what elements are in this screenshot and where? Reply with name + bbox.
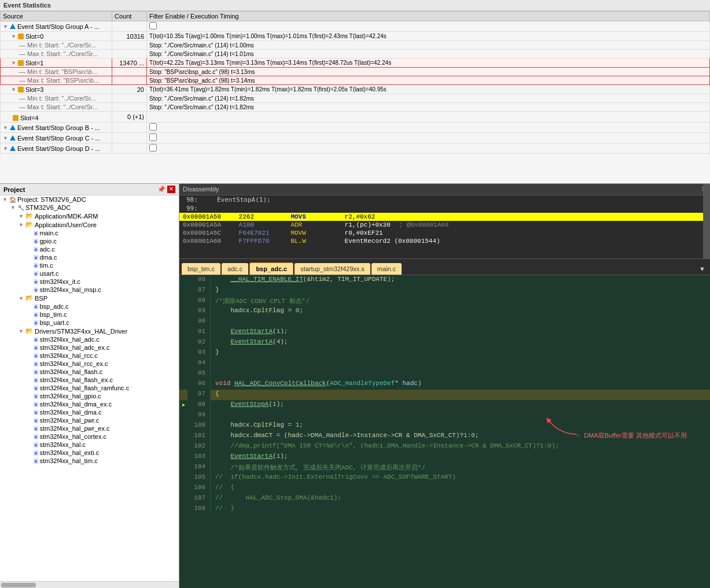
tree-item[interactable]: c stm32f4xx_hal_msp.c — [0, 286, 179, 294]
c-file-icon: c — [34, 312, 38, 317]
line-content: } — [211, 286, 710, 296]
tree-item[interactable]: c stm32f4xx_hal_dma_ex.c — [0, 400, 179, 408]
tree-item-label: stm32f4xx_hal_dma_ex.c — [39, 401, 112, 408]
tree-item[interactable]: c bsp_uart.c — [0, 319, 179, 327]
tree-item-inner: ▼ 🏠 Project: STM32V6_ADC — [2, 196, 86, 203]
c-file-icon: c — [34, 320, 38, 326]
scrollbar-thumb[interactable] — [1, 583, 36, 587]
table-row[interactable]: ▼ Slot=3 20 T(tot)=36.41ms T(avg)=1.82ms… — [1, 85, 710, 94]
tree-item[interactable]: ▼ 📂 Application/MDK-ARM — [0, 212, 179, 220]
svg-marker-5 — [10, 125, 16, 130]
tree-item-inner: c bsp_uart.c — [2, 319, 69, 326]
count-cell: 13470 ... — [112, 58, 147, 68]
annotation-arrow-icon: ← — [576, 432, 584, 439]
c-file-icon: c — [34, 410, 38, 415]
col-timing: Filter Enable / Execution Timing — [147, 12, 710, 21]
tree-item[interactable]: c stm32f4xx_hal_pwr_ex.c — [0, 424, 179, 432]
tree-item-label: stm32f4xx_hal_tim.c — [39, 457, 97, 464]
tree-item[interactable]: ▼ 🔧 STM32V6_ADC — [0, 204, 179, 212]
tree-item[interactable]: c stm32f4xx_hal_pwr.c — [0, 416, 179, 424]
tree-item[interactable]: c stm32f4xx_hal_exti.c — [0, 449, 179, 457]
tree-item-inner: c stm32f4xx_hal_rcc_ex.c — [2, 360, 108, 367]
source-cell: ▼ Slot=3 — [1, 85, 112, 94]
tab-main_c[interactable]: main.c — [371, 263, 402, 275]
table-row[interactable]: ▼ Event Start/Stop Group D - ... — [1, 143, 710, 154]
disasm-line: 98: EventStopA(1); — [179, 195, 710, 204]
tree-item-inner: c stm32f4xx_hal_adc_ex.c — [2, 344, 110, 351]
svg-rect-1 — [18, 34, 24, 39]
table-row[interactable]: ▼ Event Start/Stop Group A - ... — [1, 21, 710, 32]
tree-item[interactable]: c dma.c — [0, 253, 179, 261]
code-line: 99 — [179, 411, 710, 421]
tree-item[interactable]: ▼ 📂 Application/User/Core — [0, 220, 179, 229]
tree-item[interactable]: c gpio.c — [0, 237, 179, 245]
tree-item[interactable]: ▼ 📂 BSP — [0, 294, 179, 302]
tree-item[interactable]: c stm32f4xx_hal_dma.c — [0, 408, 179, 416]
tree-item[interactable]: c stm32f4xx_hal_cortex.c — [0, 432, 179, 441]
tab-bsp_adc_c[interactable]: bsp_adc.c — [249, 262, 293, 275]
tree-item[interactable]: c bsp_tim.c — [0, 310, 179, 319]
line-content: void HAL_ADC_ConvCpltCallback(ADC_Handle… — [211, 379, 710, 390]
tree-item[interactable]: c adc.c — [0, 245, 179, 253]
disasm-addr: 0x08001A5C — [183, 230, 235, 236]
table-row[interactable]: — Max t: Start: "BSP\src\b... Stop: "BSP… — [1, 76, 710, 85]
tree-item-inner: c stm32f4xx_hal_flash_ex.c — [2, 376, 113, 383]
disassembly-panel: Disassembly ✕ 98: EventStopA(1);99: 0x08… — [179, 184, 710, 259]
table-row[interactable]: Slot=4 0 (+1) — [1, 112, 710, 123]
tab-bsp_tim_c[interactable]: bsp_tim.c — [182, 263, 220, 275]
tree-item-label: dma.c — [39, 254, 57, 261]
tab-dropdown-btn[interactable]: ▼ — [697, 263, 708, 275]
disasm-mnem: ADR — [275, 221, 322, 228]
tree-item[interactable]: c stm32f4xx_hal_flash.c — [0, 368, 179, 376]
table-row[interactable]: — Min t: Start: "BSP\src\b... Stop: "BSP… — [1, 68, 710, 76]
tree-item[interactable]: c stm32f4xx_hal_adc_ex.c — [0, 343, 179, 352]
tree-item[interactable]: c stm32f4xx_it.c — [0, 278, 179, 286]
tree-item-inner: c stm32f4xx_hal_cortex.c — [2, 433, 106, 440]
source-cell: Slot=4 — [1, 112, 112, 123]
c-file-icon: c — [34, 263, 38, 268]
tree-item[interactable]: ▼ 📂 Drivers/STM32F4xx_HAL_Driver — [0, 327, 179, 335]
disasm-scrollbar[interactable] — [703, 184, 710, 258]
tree-item-label: stm32f4xx_hal_dma.c — [39, 409, 101, 416]
pin-icon[interactable]: 📌 — [157, 186, 165, 193]
table-row[interactable]: ▼ Event Start/Stop Group C - ... — [1, 133, 710, 143]
breakpoint-marker — [179, 286, 187, 296]
code-line: 108// } — [179, 504, 710, 515]
tree-item-label: stm32f4xx_hal_flash.c — [39, 368, 102, 375]
tree-item[interactable]: c stm32f4xx_hal_rcc.c — [0, 352, 179, 360]
source-cell: — Min t: Start: "BSP\src\b... — [1, 68, 112, 76]
tab-adc_c[interactable]: adc.c — [222, 263, 248, 275]
tree-item[interactable]: c stm32f4xx_hal_rcc_ex.c — [0, 360, 179, 368]
c-file-icon: c — [34, 279, 38, 284]
tree-item[interactable]: c stm32f4xx_hal_gpio.c — [0, 392, 179, 400]
timing-cell: T(tot)=10.35s T(avg)=1.00ms T(min)=1.00m… — [147, 32, 710, 41]
code-line: 88/*清除ADC CONV CPLT 标志*/ — [179, 296, 710, 306]
tab-startup_stm32f429xx_s[interactable]: startup_stm32f429xx.s — [295, 263, 370, 275]
table-row[interactable]: ▼ Event Start/Stop Group B - ... — [1, 123, 710, 133]
close-project-btn[interactable]: ✕ — [167, 186, 175, 193]
code-line: 94 — [179, 358, 710, 369]
tree-item[interactable]: ▼ 🏠 Project: STM32V6_ADC — [0, 195, 179, 204]
tree-item[interactable]: c stm32f4xx_hal_tim.c — [0, 457, 179, 465]
code-content[interactable]: 86 __HAL_TIM_ENABLE_IT(&htim2, TIM_IT_UP… — [179, 275, 710, 588]
table-row[interactable]: — Min t: Start: "../Core/Sr... Stop: "./… — [1, 94, 710, 103]
tree-item[interactable]: c usart.c — [0, 269, 179, 278]
table-row[interactable]: — Max t: Start: "../Core/Sr... Stop: "./… — [1, 50, 710, 58]
tree-item[interactable]: c stm32f4xx_hal_flash_ramfunc.c — [0, 384, 179, 392]
tree-item-inner: c stm32f4xx_hal_gpio.c — [2, 393, 101, 400]
tree-item[interactable]: c stm32f4xx_hal_flash_ex.c — [0, 376, 179, 384]
tree-item[interactable]: c tim.c — [0, 261, 179, 269]
tree-item[interactable]: c stm32f4xx_hal.c — [0, 441, 179, 449]
tree-item[interactable]: c bsp_adc.c — [0, 302, 179, 310]
tree-item[interactable]: c stm32f4xx_hal_adc.c — [0, 335, 179, 343]
table-row[interactable]: — Max t: Start: "../Core/Sr... Stop: "./… — [1, 103, 710, 112]
tree-item[interactable]: c main.c — [0, 229, 179, 237]
line-number: 91 — [187, 327, 211, 338]
svg-marker-0 — [10, 24, 16, 29]
table-row[interactable]: — Min t: Start: "../Core/Sr... Stop: "./… — [1, 41, 710, 50]
table-row[interactable]: ▼ Slot=0 10316 T(tot)=10.35s T(avg)=1.00… — [1, 32, 710, 41]
table-row[interactable]: ▼ Slot=1 13470 ... T(tot)=42.22s T(avg)=… — [1, 58, 710, 68]
tree-item-inner: c stm32f4xx_hal_flash_ramfunc.c — [2, 384, 129, 391]
project-tree[interactable]: ▼ 🏠 Project: STM32V6_ADC▼ 🔧 STM32V6_ADC▼… — [0, 195, 179, 581]
svg-marker-7 — [10, 146, 16, 151]
